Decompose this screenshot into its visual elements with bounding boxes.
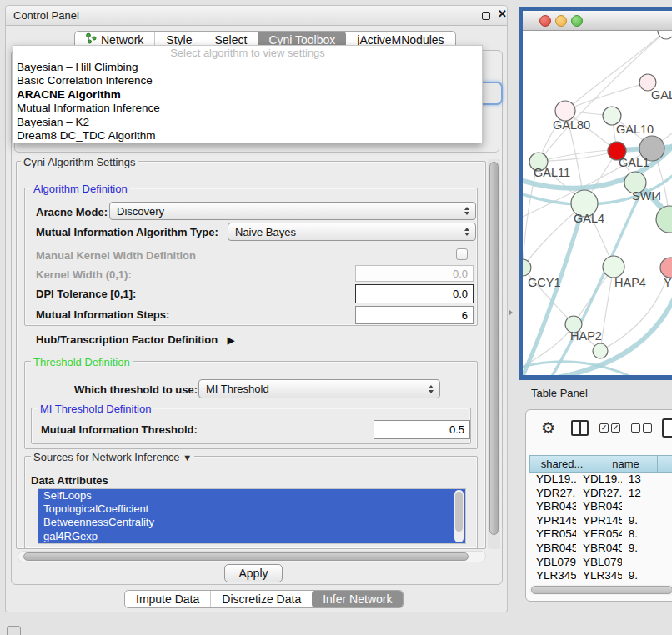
table-row[interactable]: YER054CYER054C8. — [529, 528, 672, 542]
table-row[interactable]: YBR043CYBR043C — [529, 500, 672, 514]
table-rows: YDL19...YDL19...13YDR27...YDR27...12YBR0… — [529, 472, 672, 581]
network-node[interactable] — [593, 343, 608, 358]
select-all-icon[interactable]: ✓ ✓ — [599, 423, 620, 432]
aracne-mode-select[interactable]: Discovery — [109, 202, 476, 220]
node-label-gal4: GAL4 — [574, 212, 604, 225]
table-row[interactable]: YLR345WYLR345W9. — [529, 569, 672, 581]
attribute-item-gal4rgexp[interactable]: gal4RGexp — [38, 530, 465, 543]
screen: Control Panel ✕ NetworkStyleSelectCyni T… — [0, 0, 672, 635]
checked-box-icon: ✓ — [611, 423, 620, 432]
attribute-item-betweennesscentrality[interactable]: BetweennessCentrality — [38, 516, 465, 529]
control-panel-titlebar[interactable]: Control Panel ✕ — [6, 6, 507, 26]
table-row[interactable]: YBR045CYBR045C9. — [529, 542, 672, 556]
column-header-shared[interactable]: shared... — [529, 455, 594, 472]
table-cell: YBL079W — [576, 556, 622, 570]
combo-arrows-icon — [429, 380, 434, 398]
table-cell: YDL19... — [576, 472, 622, 487]
deselect-all-icon[interactable] — [631, 423, 652, 432]
panel-divider-grip[interactable] — [509, 309, 513, 316]
combo-arrows-icon — [464, 202, 469, 219]
attribute-item-selfloops[interactable]: SelfLoops — [38, 489, 465, 502]
combo-arrows-icon — [464, 223, 469, 240]
table-cell: YBR043C — [576, 500, 622, 514]
attributes-scrollbar-thumb[interactable] — [455, 492, 463, 532]
mi-steps-field[interactable]: 6 — [355, 306, 474, 324]
float-window-icon[interactable] — [482, 12, 490, 20]
hub-definition-expander[interactable]: Hub/Transcription Factor Definition ▶ — [36, 333, 234, 346]
which-threshold-label: Which threshold to use: — [74, 383, 198, 396]
table-row[interactable]: YBL079WYBL079W — [529, 556, 672, 570]
table-cell: 9. — [622, 569, 672, 581]
which-threshold-select[interactable]: MI Threshold — [198, 379, 440, 398]
settings-group-title: Cyni Algorithm Settings — [21, 156, 138, 168]
network-node[interactable] — [656, 206, 672, 232]
settings-horizontal-scrollbar[interactable] — [18, 551, 486, 562]
aracne-mode-label: Aracne Mode: — [36, 206, 108, 218]
bottom-tab-label: Discretize Data — [222, 590, 301, 608]
table-cell: YLR345W — [529, 569, 576, 581]
network-view-window: GALGAL80GAL10GAL1GAL11SWI4GAL4GCY1HAP4YH… — [519, 7, 672, 380]
algorithm-item-dream8-dc-tdc-algorithm[interactable]: Dream8 DC_TDC Algorithm — [13, 129, 482, 142]
which-threshold-value: MI Threshold — [206, 382, 269, 395]
table-hscroll-thumb[interactable] — [531, 586, 672, 594]
table-cell: YDL19... — [529, 472, 576, 487]
zoom-traffic-light-icon[interactable] — [571, 15, 583, 27]
unchecked-box-icon — [631, 423, 640, 432]
network-canvas[interactable]: GALGAL80GAL10GAL1GAL11SWI4GAL4GCY1HAP4YH… — [523, 31, 672, 375]
algorithm-popup-list: Bayesian – Hill ClimbingBasic Correlatio… — [13, 61, 482, 142]
settings-hscroll-thumb[interactable] — [23, 552, 469, 561]
sources-group-label: Sources for Network Inference — [33, 451, 180, 463]
network-node-gcy1[interactable] — [523, 259, 531, 276]
column-header-name[interactable]: name — [594, 455, 658, 472]
bottom-tab-discretize-data[interactable]: Discretize Data — [210, 591, 312, 608]
table-cell — [622, 500, 672, 514]
mi-threshold-label: Mutual Information Threshold: — [41, 423, 198, 436]
node-label-gcy1: GCY1 — [528, 276, 561, 289]
table-function-icon[interactable] — [662, 418, 672, 438]
algorithm-item-bayesian-hill-climbing[interactable]: Bayesian – Hill Climbing — [13, 61, 482, 74]
network-edge-thick[interactable] — [523, 203, 584, 375]
manual-kernel-checkbox[interactable] — [456, 248, 468, 260]
table-row[interactable]: YDR27...YDR27...12 — [529, 487, 672, 501]
network-graph[interactable]: GALGAL80GAL10GAL1GAL11SWI4GAL4GCY1HAP4YH… — [523, 31, 672, 375]
table-horizontal-scrollbar[interactable] — [529, 585, 672, 595]
corner-grip-icon[interactable] — [7, 626, 21, 635]
network-edge[interactable] — [539, 151, 617, 162]
algorithm-item-basic-correlation-inference[interactable]: Basic Correlation Inference — [13, 74, 482, 88]
kernel-width-field[interactable]: 0.0 — [355, 265, 474, 282]
close-traffic-light-icon[interactable] — [539, 15, 551, 27]
aracne-mode-value: Discovery — [117, 205, 164, 218]
mi-algorithm-type-label: Mutual Information Algorithm Type: — [36, 226, 218, 238]
algorithm-item-aracne-algorithm[interactable]: ARACNE Algorithm — [13, 88, 482, 102]
dpi-tolerance-field[interactable]: 0.0 — [355, 284, 474, 303]
manual-kernel-label: Manual Kernel Width Definition — [36, 249, 196, 262]
gear-icon[interactable]: ⚙ — [541, 418, 555, 438]
algorithm-item-mutual-information-inference[interactable]: Mutual Information Inference — [13, 102, 482, 115]
bottom-tab-label: Infer Network — [323, 590, 392, 608]
network-node-y[interactable] — [660, 258, 672, 278]
bottom-tab-impute-data[interactable]: Impute Data — [125, 591, 210, 608]
table-row[interactable]: YDL19...YDL19...13 — [529, 472, 672, 487]
table-row[interactable]: YPR145WYPR145W9. — [529, 514, 672, 528]
bottom-tabs: Impute DataDiscretize DataInfer Network — [124, 590, 404, 608]
columns-icon[interactable] — [571, 420, 589, 436]
attributes-list-scrollbar[interactable] — [454, 490, 464, 542]
network-node-hap4[interactable] — [603, 256, 624, 278]
algorithm-item-bayesian-k2[interactable]: Bayesian – K2 — [13, 116, 482, 129]
mi-algorithm-type-value: Naive Bayes — [235, 226, 296, 238]
minimize-traffic-light-icon[interactable] — [555, 15, 567, 27]
table-cell: 9. — [622, 542, 672, 556]
mi-algorithm-type-select[interactable]: Naive Bayes — [228, 222, 476, 241]
network-window-titlebar[interactable] — [523, 11, 672, 31]
close-icon[interactable]: ✕ — [498, 8, 507, 20]
bottom-tab-infer-network[interactable]: Infer Network — [312, 591, 403, 608]
attribute-item-topologicalcoefficient[interactable]: TopologicalCoefficient — [38, 502, 465, 516]
column-header-a[interactable]: A — [658, 455, 672, 472]
settings-vertical-scrollbar[interactable] — [488, 159, 500, 549]
apply-button[interactable]: Apply — [224, 564, 283, 582]
network-node[interactable] — [658, 31, 672, 39]
mi-threshold-field[interactable]: 0.5 — [374, 420, 470, 439]
settings-vscroll-thumb[interactable] — [489, 162, 499, 535]
bottom-tab-label: Impute Data — [136, 590, 199, 608]
sources-group-title[interactable]: Sources for Network Inference ▼ — [31, 451, 194, 463]
